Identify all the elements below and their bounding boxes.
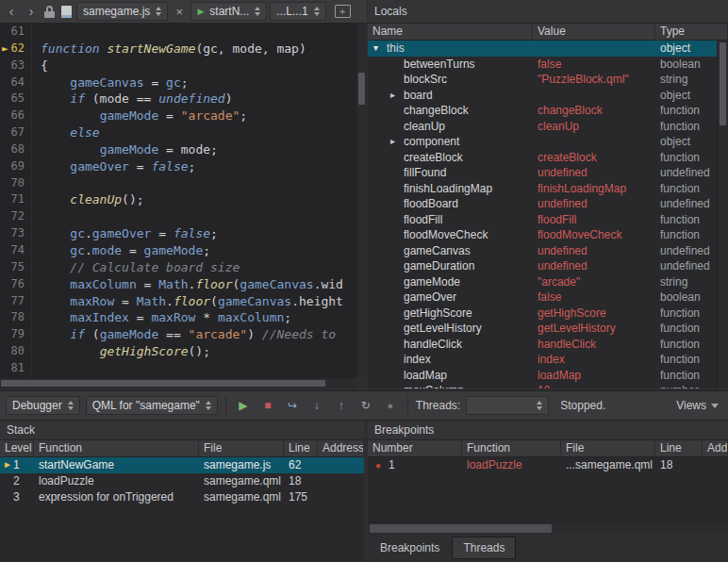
editor-line[interactable]: 70 <box>0 175 356 192</box>
locals-row[interactable]: gameOverfalseboolean <box>368 289 717 306</box>
locals-row[interactable]: changeBlockchangeBlockfunction <box>368 103 717 119</box>
breakpoints-header-file[interactable]: File <box>561 440 655 456</box>
locals-row[interactable]: gameCanvasundefinedundefined <box>368 243 717 259</box>
breakpoints-header-number[interactable]: Number <box>368 440 462 456</box>
stack-frame-row[interactable]: 3expression for onTriggeredsamegame.qml1… <box>0 489 364 505</box>
tab-breakpoints[interactable]: Breakpoints <box>370 537 450 559</box>
locals-row[interactable]: floodMoveCheckfloodMoveCheckfunction <box>368 227 717 243</box>
back-button[interactable]: ‹ <box>3 3 20 21</box>
line-number-gutter[interactable]: 75 <box>0 259 32 276</box>
editor-line[interactable]: 75 // Calculate board size <box>0 259 356 276</box>
locals-row[interactable]: maxColumn10number <box>368 383 717 388</box>
line-number-gutter[interactable]: 69 <box>0 158 32 175</box>
locals-row[interactable]: floodBoardundefinedundefined <box>368 196 717 212</box>
locals-row[interactable]: betweenTurnsfalseboolean <box>368 57 717 73</box>
split-editor-button[interactable]: + <box>335 5 351 18</box>
editor-line[interactable]: 72 <box>0 208 356 225</box>
code-line[interactable]: cleanUp(); <box>32 191 144 208</box>
line-number-gutter[interactable]: 74 <box>0 242 32 259</box>
scrollbar-thumb[interactable] <box>1 380 325 387</box>
open-document-combo[interactable]: samegame.js <box>76 2 168 21</box>
stack-header-function[interactable]: Function <box>34 440 199 456</box>
code-editor[interactable]: 61►62function startNewGame(gc, mode, map… <box>0 24 356 377</box>
stack-header-level[interactable]: Level <box>0 440 34 456</box>
code-line[interactable] <box>32 24 41 41</box>
code-line[interactable]: maxIndex = maxRow * maxColumn; <box>32 309 291 326</box>
editor-line[interactable]: 66 gameMode = "arcade"; <box>0 107 356 124</box>
editor-line[interactable]: 79 if (gameMode == "arcade") //Needs to <box>0 326 356 343</box>
locals-row[interactable]: fillFoundundefinedundefined <box>368 165 717 181</box>
locals-row[interactable]: floodFillfloodFillfunction <box>368 212 717 228</box>
line-number-gutter[interactable]: 68 <box>0 141 32 158</box>
locals-row[interactable]: handleClickhandleClickfunction <box>368 337 717 353</box>
editor-line[interactable]: ►62function startNewGame(gc, mode, map) <box>0 41 356 58</box>
code-line[interactable]: // Calculate board size <box>32 259 240 276</box>
debugger-engine-combo[interactable]: QML for "samegame" <box>86 396 218 415</box>
locals-row[interactable]: ▸componentobject <box>368 134 717 150</box>
code-line[interactable]: if (mode == undefined) <box>32 91 233 107</box>
line-number-gutter[interactable]: 71 <box>0 191 32 208</box>
line-number-gutter[interactable]: 73 <box>0 225 32 242</box>
locals-header-value[interactable]: Value <box>533 24 655 40</box>
code-line[interactable]: if (gameMode == "arcade") //Needs to <box>32 326 343 343</box>
scrollbar-thumb[interactable] <box>720 42 726 125</box>
line-number-gutter[interactable]: 72 <box>0 208 32 225</box>
scrollbar-thumb[interactable] <box>358 73 365 105</box>
forward-button[interactable]: › <box>23 3 40 21</box>
line-number-gutter[interactable]: 63 <box>0 58 32 74</box>
continue-button[interactable]: ▶ <box>234 396 253 415</box>
locals-row[interactable]: cleanUpcleanUpfunction <box>368 119 717 135</box>
line-number-gutter[interactable]: 81 <box>0 360 32 377</box>
views-menu[interactable]: Views <box>676 399 722 412</box>
code-line[interactable]: else <box>32 124 100 141</box>
code-line[interactable]: gameMode = "arcade"; <box>32 107 247 124</box>
line-number-gutter[interactable]: 76 <box>0 276 32 293</box>
stack-header-line[interactable]: Line <box>284 440 318 456</box>
debugger-perspective-combo[interactable]: Debugger <box>6 396 80 415</box>
editor-line[interactable]: 61 <box>0 24 356 41</box>
editor-line[interactable]: 67 else <box>0 124 356 141</box>
locals-row[interactable]: getHighScoregetHighScorefunction <box>368 306 717 322</box>
code-line[interactable]: gameMode = mode; <box>32 141 218 158</box>
code-line[interactable]: maxRow = Math.floor(gameCanvas.height <box>32 293 343 310</box>
editor-line[interactable]: 73 gc.gameOver = false; <box>0 225 356 242</box>
line-number-gutter[interactable]: 77 <box>0 293 32 310</box>
locals-header-type[interactable]: Type <box>655 24 728 40</box>
locals-row[interactable]: gameMode"arcade"string <box>368 274 717 290</box>
line-number-gutter[interactable]: 78 <box>0 309 32 326</box>
line-number-gutter[interactable]: 61 <box>0 24 32 41</box>
code-line[interactable] <box>32 360 41 377</box>
line-number-gutter[interactable]: 65 <box>0 91 32 107</box>
editor-line[interactable]: 71 cleanUp(); <box>0 191 356 208</box>
code-line[interactable] <box>32 175 41 192</box>
stop-debugger-button[interactable]: ■ <box>258 396 277 415</box>
step-out-button[interactable]: ↑ <box>332 396 351 415</box>
stack-header-address[interactable]: Address <box>318 440 364 456</box>
editor-line[interactable]: 65 if (mode == undefined) <box>0 91 356 107</box>
expand-arrow-icon[interactable]: ▸ <box>390 134 404 150</box>
record-button[interactable]: ● <box>381 396 400 415</box>
collapse-arrow-icon[interactable]: ▾ <box>373 41 387 57</box>
tab-threads[interactable]: Threads <box>452 537 516 559</box>
line-number-gutter[interactable]: 64 <box>0 74 32 91</box>
editor-line[interactable]: 74 gc.mode = gameMode; <box>0 242 356 259</box>
stack-header-file[interactable]: File <box>199 440 284 456</box>
editor-line[interactable]: 68 gameMode = mode; <box>0 141 356 158</box>
stack-frame-row[interactable]: 2loadPuzzlesamegame.qml18 <box>0 473 364 489</box>
expand-arrow-icon[interactable]: ▸ <box>390 88 404 104</box>
locals-row[interactable]: createBlockcreateBlockfunction <box>368 150 717 166</box>
code-line[interactable]: { <box>32 58 48 74</box>
code-line[interactable]: gc.mode = gameMode; <box>32 242 210 259</box>
locals-row[interactable]: blockSrc"PuzzleBlock.qml"string <box>368 72 717 88</box>
editor-line[interactable]: 64 gameCanvas = gc; <box>0 74 356 91</box>
editor-line[interactable]: 63{ <box>0 58 356 74</box>
code-line[interactable]: function startNewGame(gc, mode, map) <box>32 41 306 58</box>
editor-line[interactable]: 69 gameOver = false; <box>0 158 356 175</box>
locals-vertical-scrollbar[interactable] <box>717 41 728 388</box>
line-number-gutter[interactable]: 80 <box>0 343 32 360</box>
line-number-gutter[interactable]: ►62 <box>0 41 32 58</box>
editor-line[interactable]: 80 getHighScore(); <box>0 343 356 360</box>
threads-combo[interactable] <box>466 396 549 415</box>
locals-row[interactable]: ▸boardobject <box>368 88 717 104</box>
editor-horizontal-scrollbar[interactable] <box>0 377 356 388</box>
